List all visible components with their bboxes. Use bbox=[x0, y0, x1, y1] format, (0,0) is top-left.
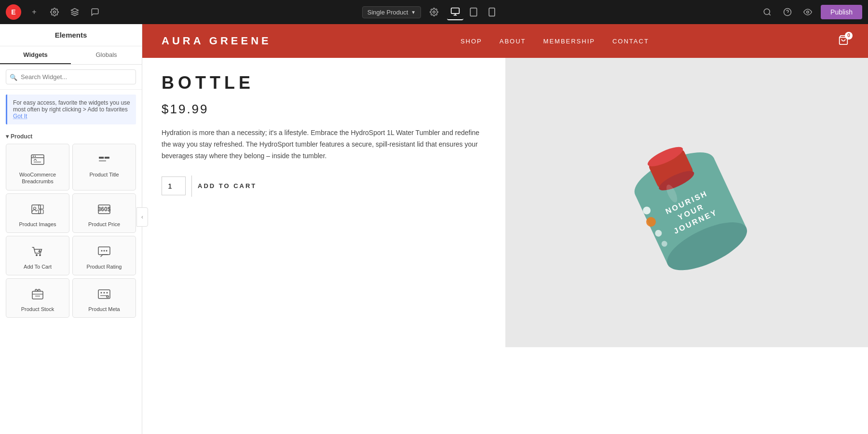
cart-badge: 0 bbox=[845, 32, 853, 40]
product-price-icon: 360$ bbox=[95, 201, 113, 218]
widget-product-images[interactable]: Product Images bbox=[6, 193, 69, 233]
svg-rect-23 bbox=[39, 210, 43, 214]
product-description: Hydration is more than a necessity; it's… bbox=[162, 127, 486, 162]
widget-product-stock[interactable]: Product Stock bbox=[6, 278, 69, 318]
woocommerce-breadcrumbs-icon bbox=[29, 151, 46, 168]
svg-point-41 bbox=[107, 292, 108, 294]
nav-membership[interactable]: MEMBERSHIP bbox=[543, 38, 595, 45]
svg-point-40 bbox=[104, 292, 105, 294]
page-settings-icon[interactable] bbox=[427, 5, 441, 19]
widget-label-product-stock: Product Stock bbox=[21, 306, 54, 312]
site-menu: SHOP ABOUT MEMBERSHIP CONTACT bbox=[461, 38, 649, 45]
widget-label-product-images: Product Images bbox=[19, 221, 56, 228]
product-rating-icon bbox=[95, 243, 113, 260]
widget-label-product-price: Product Price bbox=[88, 221, 120, 228]
widget-product-rating[interactable]: Product Rating bbox=[72, 236, 136, 275]
svg-point-9 bbox=[764, 9, 770, 14]
sidebar-tabs: Widgets Globals bbox=[0, 46, 142, 65]
svg-point-34 bbox=[106, 250, 108, 251]
search-input[interactable] bbox=[6, 69, 136, 84]
template-dropdown-arrow: ▼ bbox=[411, 10, 416, 15]
nav-about[interactable]: ABOUT bbox=[500, 38, 526, 45]
add-element-button[interactable]: + bbox=[27, 5, 41, 19]
add-to-cart-row: ADD TO CART bbox=[162, 176, 486, 197]
settings-icon[interactable] bbox=[47, 5, 62, 19]
svg-text:360$: 360$ bbox=[98, 206, 111, 213]
site-preview: AURA GREENE SHOP ABOUT MEMBERSHIP CONTAC… bbox=[142, 24, 868, 434]
template-name: Single Product bbox=[367, 9, 408, 16]
tab-globals[interactable]: Globals bbox=[71, 46, 142, 64]
desktop-device-btn[interactable] bbox=[447, 4, 463, 20]
svg-text:T: T bbox=[103, 155, 106, 161]
product-stock-icon bbox=[29, 285, 46, 303]
svg-point-13 bbox=[807, 11, 809, 14]
site-logo: AURA GREENE bbox=[162, 35, 271, 47]
comments-icon[interactable] bbox=[88, 5, 102, 19]
svg-line-10 bbox=[769, 14, 771, 15]
sidebar-collapse-handle[interactable]: ‹ bbox=[142, 207, 148, 227]
quantity-input[interactable] bbox=[162, 176, 186, 195]
canvas-area: AURA GREENE SHOP ABOUT MEMBERSHIP CONTAC… bbox=[142, 24, 868, 434]
product-area: BOTTLE $19.99 Hydration is more than a n… bbox=[142, 58, 868, 347]
svg-point-33 bbox=[104, 250, 105, 251]
product-price: $19.99 bbox=[162, 102, 486, 117]
svg-point-16 bbox=[35, 156, 36, 157]
widget-product-title[interactable]: T Product Title bbox=[72, 144, 136, 190]
sidebar-title: Elements bbox=[0, 24, 142, 46]
svg-point-1 bbox=[433, 11, 435, 14]
add-to-cart-button[interactable]: ADD TO CART bbox=[198, 182, 257, 190]
preview-icon[interactable] bbox=[800, 5, 815, 19]
add-to-cart-icon bbox=[29, 243, 46, 260]
template-selector[interactable]: Single Product ▼ bbox=[362, 6, 421, 18]
search-icon-inner: 🔍 bbox=[10, 73, 17, 81]
product-meta-icon bbox=[95, 285, 113, 303]
search-box: 🔍 bbox=[0, 65, 142, 90]
main-area: Elements Widgets Globals 🔍 For easy acce… bbox=[0, 24, 868, 434]
widget-add-to-cart[interactable]: Add To Cart bbox=[6, 236, 69, 275]
svg-point-39 bbox=[101, 292, 102, 294]
tab-widgets[interactable]: Widgets bbox=[0, 46, 71, 64]
section-collapse-arrow: ▾ bbox=[6, 133, 9, 140]
nav-shop[interactable]: SHOP bbox=[461, 38, 482, 45]
sidebar: Elements Widgets Globals 🔍 For easy acce… bbox=[0, 24, 142, 434]
tablet-device-btn[interactable] bbox=[465, 4, 482, 20]
mobile-device-btn[interactable] bbox=[484, 4, 500, 20]
top-bar-center: Single Product ▼ bbox=[362, 4, 500, 20]
svg-point-15 bbox=[33, 156, 34, 157]
widget-product-price[interactable]: 360$ Product Price bbox=[72, 193, 136, 233]
nav-contact[interactable]: CONTACT bbox=[612, 38, 649, 45]
top-bar-left: E + bbox=[6, 4, 102, 20]
info-banner-link[interactable]: Got It bbox=[13, 113, 27, 120]
product-section: ▾ Product WooCommerc bbox=[0, 129, 142, 322]
svg-point-27 bbox=[36, 254, 38, 256]
svg-marker-0 bbox=[71, 9, 79, 13]
svg-rect-21 bbox=[32, 205, 41, 214]
widget-woocommerce-breadcrumbs[interactable]: WooCommerce Breadcrumbs bbox=[6, 144, 69, 190]
publish-button[interactable]: Publish bbox=[821, 5, 862, 19]
widget-label-product-meta: Product Meta bbox=[88, 306, 120, 312]
elementor-logo[interactable]: E bbox=[6, 4, 21, 20]
svg-rect-7 bbox=[489, 8, 495, 16]
product-images-icon bbox=[29, 201, 46, 218]
widget-label-product-title: Product Title bbox=[89, 171, 119, 178]
svg-point-32 bbox=[101, 250, 103, 251]
product-image-svg: NOURISH YOUR JOURNEY bbox=[561, 125, 812, 280]
info-banner: For easy access, favorite the widgets yo… bbox=[6, 95, 136, 124]
search-icon[interactable] bbox=[760, 5, 774, 19]
site-nav: AURA GREENE SHOP ABOUT MEMBERSHIP CONTAC… bbox=[142, 24, 868, 58]
product-title: BOTTLE bbox=[162, 72, 486, 93]
svg-point-45 bbox=[108, 298, 108, 298]
section-title-product: ▾ Product bbox=[6, 133, 136, 140]
product-image-panel: NOURISH YOUR JOURNEY bbox=[505, 58, 868, 347]
product-title-icon: T bbox=[95, 151, 113, 168]
widget-label-woocommerce-breadcrumbs: WooCommerce Breadcrumbs bbox=[10, 171, 65, 185]
top-bar: E + Single Product ▼ bbox=[0, 0, 868, 24]
help-icon[interactable] bbox=[780, 5, 795, 19]
layers-icon[interactable] bbox=[68, 5, 82, 19]
svg-point-24 bbox=[34, 207, 36, 209]
widget-product-meta[interactable]: Product Meta bbox=[72, 278, 136, 318]
svg-point-28 bbox=[39, 254, 41, 256]
cart-icon[interactable]: 0 bbox=[838, 35, 849, 48]
widget-label-add-to-cart: Add To Cart bbox=[24, 263, 52, 270]
device-buttons bbox=[447, 4, 500, 20]
